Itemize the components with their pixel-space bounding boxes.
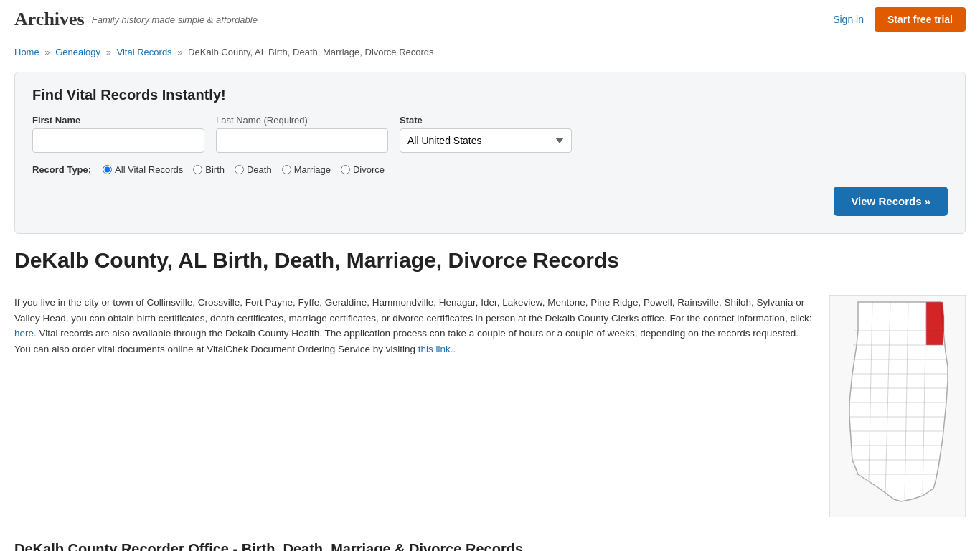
search-btn-row: View Records »: [32, 187, 948, 216]
breadcrumb-sep-2: »: [106, 47, 111, 57]
here-link[interactable]: here.: [14, 328, 37, 339]
record-type-death[interactable]: Death: [235, 164, 272, 175]
first-name-input[interactable]: [32, 128, 204, 153]
last-name-label: Last Name (Required): [216, 115, 388, 126]
breadcrumb-sep-3: »: [177, 47, 182, 57]
record-type-marriage-radio[interactable]: [282, 165, 291, 174]
content-area: If you live in the city or town of Colli…: [14, 295, 966, 519]
search-container: Find Vital Records Instantly! First Name…: [14, 72, 966, 234]
record-type-birth[interactable]: Birth: [193, 164, 225, 175]
last-name-group: Last Name (Required): [216, 115, 388, 153]
site-tagline: Family history made simple & affordable: [92, 14, 258, 25]
record-type-label: Record Type:: [32, 164, 91, 175]
alabama-map: [829, 295, 966, 517]
record-type-death-radio[interactable]: [235, 165, 244, 174]
record-type-all-radio[interactable]: [103, 165, 112, 174]
state-select[interactable]: All United States Alabama Alaska Arizona…: [400, 128, 572, 153]
main-content: DeKalb County, AL Birth, Death, Marriage…: [0, 248, 980, 551]
start-trial-button[interactable]: Start free trial: [875, 7, 966, 32]
description-paragraph: If you live in the city or town of Colli…: [14, 295, 815, 357]
record-type-marriage[interactable]: Marriage: [282, 164, 331, 175]
first-name-group: First Name: [32, 115, 204, 153]
state-group: State All United States Alabama Alaska A…: [400, 115, 572, 153]
breadcrumb-vital-records[interactable]: Vital Records: [117, 47, 172, 57]
breadcrumb-genealogy[interactable]: Genealogy: [55, 47, 100, 57]
record-type-divorce[interactable]: Divorce: [341, 164, 385, 175]
recorder-heading: DeKalb County Recorder Office - Birth, D…: [14, 541, 966, 551]
record-type-birth-radio[interactable]: [193, 165, 202, 174]
svg-marker-17: [926, 302, 944, 345]
search-title: Find Vital Records Instantly!: [32, 87, 948, 103]
recorder-section: DeKalb County Recorder Office - Birth, D…: [14, 541, 966, 551]
last-name-input[interactable]: [216, 128, 388, 153]
breadcrumb-current: DeKalb County, AL Birth, Death, Marriage…: [188, 47, 433, 57]
breadcrumb: Home » Genealogy » Vital Records » DeKal…: [0, 39, 980, 65]
map-area: [829, 295, 966, 519]
record-type-row: Record Type: All Vital Records Birth Dea…: [32, 164, 948, 175]
state-label: State: [400, 115, 572, 126]
first-name-label: First Name: [32, 115, 204, 126]
breadcrumb-sep-1: »: [44, 47, 50, 57]
record-type-options: All Vital Records Birth Death Marriage D…: [103, 164, 385, 175]
site-header: Archives Family history made simple & af…: [0, 0, 980, 39]
page-heading: DeKalb County, AL Birth, Death, Marriage…: [14, 248, 966, 283]
record-type-all[interactable]: All Vital Records: [103, 164, 183, 175]
breadcrumb-home[interactable]: Home: [14, 47, 39, 57]
record-type-divorce-radio[interactable]: [341, 165, 350, 174]
site-logo: Archives: [14, 9, 85, 30]
search-fields: First Name Last Name (Required) State Al…: [32, 115, 948, 153]
view-records-button[interactable]: View Records »: [834, 187, 948, 216]
sign-in-link[interactable]: Sign in: [833, 14, 864, 25]
content-text: If you live in the city or town of Colli…: [14, 295, 815, 519]
header-left: Archives Family history made simple & af…: [14, 9, 258, 30]
this-link[interactable]: this link..: [418, 344, 456, 354]
header-right: Sign in Start free trial: [833, 7, 966, 32]
